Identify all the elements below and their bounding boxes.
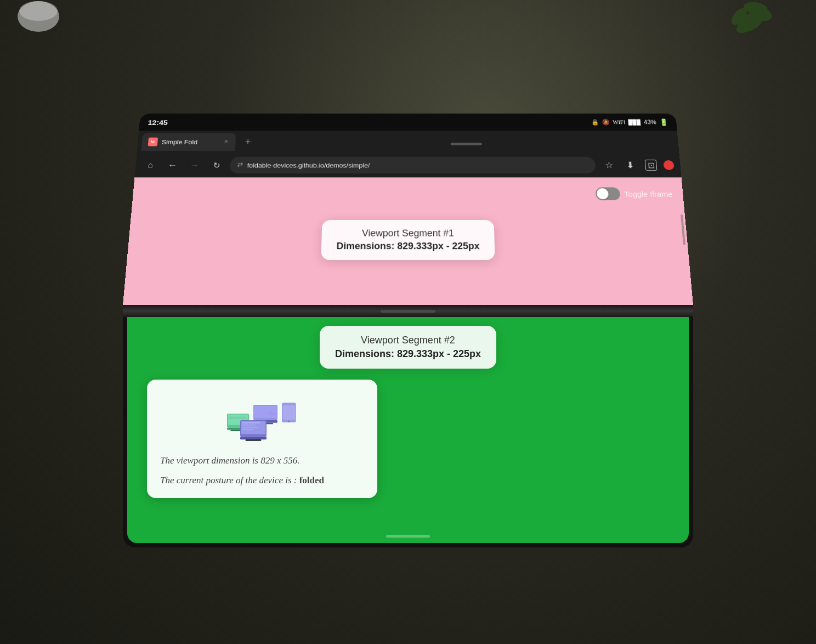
address-bar-area: ⌂ ← → ↻ ⇄ foldable-devices.github.io/dem…: [134, 153, 681, 178]
forward-icon: →: [189, 160, 200, 171]
toolbar-icons: ☆ ⬇ ⊡: [600, 157, 675, 173]
refresh-button[interactable]: ↻: [207, 157, 225, 173]
download-icon: ⬇: [626, 160, 634, 171]
tab-close-button[interactable]: ×: [223, 137, 229, 147]
address-bar[interactable]: ⇄ foldable-devices.github.io/demos/simpl…: [229, 157, 596, 173]
svg-rect-15: [229, 416, 245, 416]
posture-value: folded: [299, 475, 324, 485]
fold-indicator-top: [451, 143, 482, 145]
segment1-content: Toggle Iframe Viewport Segment #1 Dimens…: [123, 177, 693, 305]
segment2-dims: Dimensions: 829.333px - 225px: [335, 348, 481, 360]
status-time: 12:45: [148, 118, 168, 126]
svg-rect-17: [229, 419, 245, 419]
device-illustration-container: [160, 391, 364, 445]
download-button[interactable]: ⬇: [621, 157, 639, 173]
signal-icon: ▉▉▉: [628, 119, 641, 125]
bottom-screen-container: Viewport Segment #2 Dimensions: 829.333p…: [123, 317, 693, 547]
device-bottom-half: Viewport Segment #2 Dimensions: 829.333p…: [123, 317, 693, 547]
segment2-content: Viewport Segment #2 Dimensions: 829.333p…: [127, 317, 689, 543]
svg-rect-20: [240, 437, 267, 439]
posture-info-text: The current posture of the device is : f…: [160, 474, 364, 487]
svg-rect-28: [283, 405, 295, 420]
svg-point-6: [19, 1, 58, 21]
back-button[interactable]: ←: [163, 157, 182, 173]
site-info-icon: ⇄: [237, 161, 243, 169]
scrollbar-hint[interactable]: [681, 214, 685, 245]
svg-rect-21: [246, 439, 262, 440]
foldable-device: 12:45 🔒 🔕 WiFi ▉▉▉ 43% 🔋: [123, 97, 693, 547]
viewport-info-text: The viewport dimension is 829 x 556.: [160, 454, 364, 467]
url-text: foldable-devices.github.io/demos/simple/: [247, 161, 588, 168]
toggle-iframe-switch[interactable]: [596, 187, 621, 200]
bookmark-button[interactable]: ☆: [600, 157, 617, 173]
record-button[interactable]: [663, 160, 675, 170]
svg-rect-25: [242, 429, 253, 430]
segment1-card: Viewport Segment #1 Dimensions: 829.333p…: [321, 220, 495, 260]
info-card: The viewport dimension is 829 x 556. The…: [147, 380, 377, 498]
bottom-nav-hint: [386, 535, 430, 538]
refresh-icon: ↻: [213, 161, 220, 170]
extensions-icon: ⊡: [645, 160, 658, 171]
segment2-card: Viewport Segment #2 Dimensions: 829.333p…: [320, 326, 496, 369]
plant-decoration: [717, 0, 783, 44]
segment1-dims: Dimensions: 829.333px - 225px: [336, 241, 480, 252]
mute-icon: 🔕: [602, 118, 610, 126]
svg-rect-23: [242, 425, 256, 426]
fold-hinge: [123, 305, 693, 317]
toggle-knob: [597, 188, 609, 199]
home-button[interactable]: ⌂: [141, 157, 160, 173]
lock-icon: 🔒: [591, 118, 599, 126]
wifi-icon: WiFi: [613, 118, 626, 126]
tab-bar: W Simple Fold × +: [137, 131, 679, 152]
device-illustration-svg: [218, 391, 306, 445]
status-icons: 🔒 🔕 WiFi ▉▉▉ 43% 🔋: [591, 118, 668, 126]
object-decoration: [11, 0, 66, 38]
svg-rect-22: [242, 422, 260, 423]
svg-point-29: [288, 421, 290, 422]
segment2-title: Viewport Segment #2: [335, 335, 481, 346]
posture-prefix: The current posture of the device is :: [160, 475, 299, 485]
battery-icon: 🔋: [659, 118, 668, 126]
new-tab-button[interactable]: +: [239, 134, 257, 150]
home-icon: ⌂: [148, 161, 154, 170]
extensions-button[interactable]: ⊡: [642, 157, 660, 173]
tab-favicon: W: [148, 138, 158, 146]
tab-title: Simple Fold: [161, 138, 219, 145]
bookmark-icon: ☆: [604, 160, 614, 171]
active-tab[interactable]: W Simple Fold ×: [141, 133, 236, 151]
favicon-letter: W: [150, 139, 155, 144]
forward-button[interactable]: →: [185, 157, 203, 173]
top-screen-container: 12:45 🔒 🔕 WiFi ▉▉▉ 43% 🔋: [123, 114, 693, 305]
status-bar: 12:45 🔒 🔕 WiFi ▉▉▉ 43% 🔋: [139, 114, 677, 131]
back-icon: ←: [167, 160, 178, 171]
svg-rect-16: [229, 417, 245, 417]
hinge-pill: [381, 310, 435, 313]
toggle-label: Toggle Iframe: [624, 190, 673, 198]
toggle-area: Toggle Iframe: [596, 187, 673, 200]
battery-indicator: 43%: [644, 119, 657, 126]
svg-rect-8: [254, 406, 277, 418]
device-top-half: 12:45 🔒 🔕 WiFi ▉▉▉ 43% 🔋: [123, 114, 693, 305]
svg-rect-24: [242, 427, 258, 428]
segment1-title: Viewport Segment #1: [337, 228, 479, 239]
